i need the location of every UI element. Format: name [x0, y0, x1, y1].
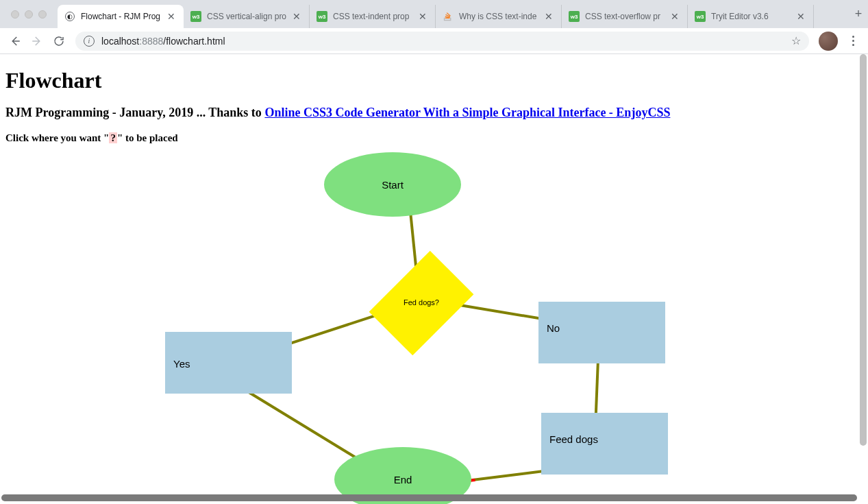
tab-strip: ◐Flowchart - RJM Prog✕w3CSS vertical-ali… — [0, 0, 868, 28]
maximize-window-button[interactable] — [38, 10, 47, 19]
browser-tab[interactable]: w3CSS text-overflow pr✕ — [562, 5, 688, 28]
flowchart-feed-node[interactable]: Feed dogs — [541, 413, 668, 475]
browser-tab[interactable]: Why is CSS text-inde✕ — [436, 5, 562, 28]
browser-tab[interactable]: w3CSS vertical-align pro✕ — [184, 5, 310, 28]
w3-favicon-icon: w3 — [569, 11, 580, 22]
placement-marker: ? — [109, 132, 117, 143]
window-controls — [0, 10, 58, 19]
flowchart-start-node[interactable]: Start — [324, 152, 461, 217]
chrome-menu-button[interactable] — [843, 32, 863, 51]
address-bar[interactable]: i localhost:8888/flowchart.html ☆ — [75, 32, 809, 51]
svg-line-6 — [232, 382, 373, 468]
w3-favicon-icon: w3 — [695, 11, 706, 22]
browser-tab[interactable]: w3CSS text-indent prop✕ — [310, 5, 436, 28]
url-port: :8888 — [139, 36, 163, 47]
arrow-right-icon — [31, 35, 43, 47]
arrow-left-icon — [9, 35, 21, 47]
w3-favicon-icon: w3 — [317, 11, 327, 22]
profile-avatar[interactable] — [819, 32, 838, 51]
w3-favicon-icon: w3 — [190, 11, 201, 22]
url-host: localhost — [101, 36, 139, 47]
flowchart-no-node[interactable]: No — [538, 302, 665, 363]
bookmark-star-icon[interactable]: ☆ — [791, 34, 801, 47]
minimize-window-button[interactable] — [25, 10, 33, 19]
tab-title: CSS text-indent prop — [333, 12, 414, 21]
close-tab-icon[interactable]: ✕ — [291, 11, 302, 22]
flowchart-canvas[interactable]: Start Fed dogs? Yes No Feed dogs End — [5, 152, 863, 504]
flowchart-decision-node[interactable]: Fed dogs? — [384, 248, 459, 358]
url-path: /flowchart.html — [163, 36, 225, 47]
instruction-text: Click where you want "?" to be placed — [5, 132, 863, 144]
close-tab-icon[interactable]: ✕ — [543, 11, 554, 22]
close-tab-icon[interactable]: ✕ — [417, 11, 428, 22]
page-subtitle: RJM Programming - January, 2019 ... Than… — [5, 106, 863, 120]
scrollbar-thumb[interactable] — [860, 54, 867, 446]
flowchart-yes-node[interactable]: Yes — [165, 332, 292, 394]
page-content[interactable]: Flowchart RJM Programming - January, 201… — [0, 54, 868, 504]
tab-title: CSS text-overflow pr — [585, 12, 667, 21]
close-tab-icon[interactable]: ✕ — [795, 11, 806, 22]
new-tab-button[interactable]: + — [849, 5, 868, 24]
enjoycss-link[interactable]: Online CSS3 Code Generator With a Simple… — [264, 106, 670, 119]
vertical-scrollbar[interactable] — [858, 54, 868, 489]
page-title: Flowchart — [5, 68, 863, 93]
reload-button[interactable] — [49, 32, 69, 51]
forward-button[interactable] — [27, 32, 47, 51]
browser-tab[interactable]: ◐Flowchart - RJM Prog✕ — [58, 5, 184, 28]
site-info-icon[interactable]: i — [84, 36, 95, 47]
tab-title: Tryit Editor v3.6 — [711, 12, 793, 21]
back-button[interactable] — [5, 32, 25, 51]
horizontal-scrollbar[interactable] — [1, 494, 857, 501]
tab-title: Flowchart - RJM Prog — [81, 12, 163, 21]
browser-tab[interactable]: w3Tryit Editor v3.6✕ — [688, 5, 814, 28]
close-tab-icon[interactable]: ✕ — [166, 11, 177, 22]
close-tab-icon[interactable]: ✕ — [669, 11, 680, 22]
toolbar: i localhost:8888/flowchart.html ☆ — [0, 28, 868, 54]
tab-title: Why is CSS text-inde — [459, 12, 541, 21]
globe-favicon-icon: ◐ — [64, 11, 75, 22]
tab-title: CSS vertical-align pro — [207, 12, 288, 21]
so-favicon-icon — [443, 11, 454, 22]
reload-icon — [53, 35, 65, 47]
close-window-button[interactable] — [11, 10, 19, 19]
